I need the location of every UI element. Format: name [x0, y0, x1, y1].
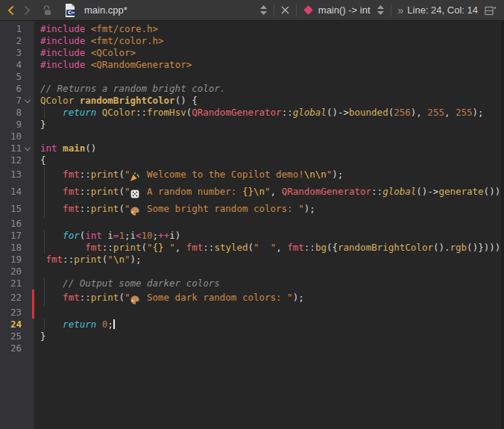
line-number[interactable]: 2: [0, 35, 24, 47]
code-line[interactable]: 26: [0, 342, 504, 354]
line-gutter[interactable]: 9: [0, 119, 34, 131]
code-line[interactable]: 7QColor randomBrightColor() {: [0, 95, 504, 107]
token-pl: ::: [80, 203, 91, 214]
symbol-selector[interactable]: main() -> int: [303, 4, 371, 16]
fold-chevron-icon[interactable]: [24, 143, 34, 154]
code-line[interactable]: 18 fmt::print("{} ", fmt::styled(" ", fm…: [0, 242, 504, 254]
line-number[interactable]: 23: [0, 307, 24, 319]
code-line[interactable]: 16: [0, 218, 504, 230]
line-gutter[interactable]: 15: [0, 201, 34, 218]
token-pl: [96, 319, 102, 330]
symbol-stepper[interactable]: [377, 1, 384, 19]
file-type-button[interactable]: C: [63, 1, 77, 19]
line-gutter[interactable]: 8: [0, 107, 34, 119]
line-gutter[interactable]: 7: [0, 95, 34, 107]
line-gutter[interactable]: 5: [0, 71, 34, 83]
code-line[interactable]: 15 fmt::print(" Some bright random color…: [0, 201, 504, 218]
line-number[interactable]: 21: [0, 278, 24, 289]
line-number[interactable]: 25: [0, 331, 24, 342]
token-esc: {}: [242, 186, 253, 197]
code-line[interactable]: 9}: [0, 119, 504, 131]
code-line[interactable]: 17 for(int i=1;i<10;++i): [0, 230, 504, 242]
line-gutter[interactable]: 10: [0, 131, 34, 143]
line-gutter[interactable]: 19: [0, 254, 34, 266]
line-number[interactable]: 4: [0, 59, 24, 71]
line-gutter[interactable]: 1: [0, 23, 34, 35]
line-number[interactable]: 22: [0, 289, 24, 307]
token-fnb: main: [63, 143, 85, 154]
line-number[interactable]: 18: [0, 242, 24, 254]
line-number[interactable]: 19: [0, 254, 24, 266]
line-gutter[interactable]: 24: [0, 319, 34, 331]
line-gutter[interactable]: 22: [0, 289, 34, 307]
code-line[interactable]: 19 fmt::print("\n");: [0, 254, 504, 266]
code-line[interactable]: 21 // Output some darker colors: [0, 278, 504, 289]
code-line[interactable]: 6// Returns a random bright color.: [0, 83, 504, 95]
code-editor[interactable]: 1#include <fmt/core.h>2#include <fmt/col…: [0, 21, 504, 429]
line-number[interactable]: 1: [0, 23, 24, 35]
code-line[interactable]: 1#include <fmt/core.h>: [0, 23, 504, 35]
code-line[interactable]: 4#include <QRandomGenerator>: [0, 59, 504, 71]
line-number[interactable]: 9: [0, 119, 24, 131]
overflow-chevrons[interactable]: »: [398, 4, 404, 16]
code-line[interactable]: 23: [0, 307, 504, 319]
code-line[interactable]: 2#include <fmt/color.h>: [0, 35, 504, 47]
line-gutter[interactable]: 6: [0, 83, 34, 95]
line-gutter[interactable]: 12: [0, 154, 34, 166]
line-gutter[interactable]: 2: [0, 35, 34, 47]
code-line[interactable]: 13 fmt::print(" Welcome to the Copilot d…: [0, 166, 504, 184]
token-pl: );: [473, 107, 484, 118]
code-line[interactable]: 8 return QColor::fromHsv(QRandomGenerato…: [0, 107, 504, 119]
line-gutter[interactable]: 20: [0, 266, 34, 278]
line-number[interactable]: 12: [0, 154, 24, 166]
code-line[interactable]: 25}: [0, 331, 504, 342]
line-number[interactable]: 16: [0, 218, 24, 230]
line-number[interactable]: 17: [0, 230, 24, 242]
line-gutter[interactable]: 21: [0, 278, 34, 289]
line-gutter[interactable]: 26: [0, 342, 34, 354]
line-number[interactable]: 6: [0, 83, 24, 95]
line-gutter[interactable]: 18: [0, 242, 34, 254]
document-stepper[interactable]: [260, 1, 267, 19]
current-line-number[interactable]: 24: [0, 319, 24, 331]
line-gutter[interactable]: 13: [0, 166, 34, 184]
code-line[interactable]: 5: [0, 71, 504, 83]
code-line[interactable]: 14 fmt::print(" A random number: {}\n", …: [0, 184, 504, 201]
line-number[interactable]: 3: [0, 47, 24, 59]
line-gutter[interactable]: 4: [0, 59, 34, 71]
line-gutter[interactable]: 23: [0, 307, 34, 319]
line-number[interactable]: 15: [0, 201, 24, 218]
line-number[interactable]: 13: [0, 166, 24, 184]
code-line-text: [34, 307, 504, 319]
fold-chevron-icon[interactable]: [24, 95, 34, 107]
code-line[interactable]: 24 return 0;: [0, 319, 504, 331]
line-number[interactable]: 10: [0, 131, 24, 143]
code-line[interactable]: 11int main(): [0, 143, 504, 154]
line-number[interactable]: 26: [0, 342, 24, 354]
vertical-scrollbar[interactable]: [501, 21, 504, 429]
code-line[interactable]: 22 fmt::print(" Some dark random colors:…: [0, 289, 504, 307]
document-title[interactable]: main.cpp*: [84, 4, 127, 16]
line-gutter[interactable]: 3: [0, 47, 34, 59]
line-gutter[interactable]: 17: [0, 230, 34, 242]
line-gutter[interactable]: 11: [0, 143, 34, 154]
line-gutter[interactable]: 14: [0, 184, 34, 201]
close-document-button[interactable]: [281, 1, 289, 19]
line-gutter[interactable]: 16: [0, 218, 34, 230]
fold-column: [24, 35, 34, 47]
code-line[interactable]: 20: [0, 266, 504, 278]
line-number[interactable]: 8: [0, 107, 24, 119]
back-button[interactable]: [7, 1, 14, 19]
line-number[interactable]: 11: [0, 143, 24, 154]
forward-button[interactable]: [24, 1, 31, 19]
code-line[interactable]: 12{: [0, 154, 504, 166]
code-line[interactable]: 10: [0, 131, 504, 143]
line-number[interactable]: 7: [0, 95, 24, 107]
split-editor-button[interactable]: [485, 1, 497, 19]
line-number[interactable]: 5: [0, 71, 24, 83]
line-number[interactable]: 14: [0, 184, 24, 201]
line-gutter[interactable]: 25: [0, 331, 34, 342]
code-line[interactable]: 3#include <QColor>: [0, 47, 504, 59]
line-number[interactable]: 20: [0, 266, 24, 278]
lock-button[interactable]: [42, 1, 54, 19]
